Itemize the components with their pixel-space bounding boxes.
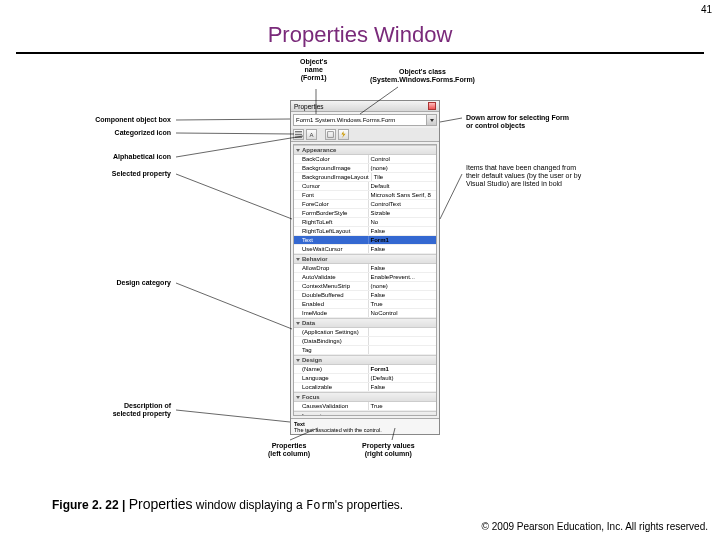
- property-name: ForeColor: [294, 200, 369, 208]
- property-value[interactable]: True: [369, 402, 437, 410]
- property-name: DoubleBuffered: [294, 291, 369, 299]
- property-row[interactable]: RightToLeftNo: [294, 218, 436, 227]
- property-value[interactable]: (none): [369, 282, 437, 290]
- property-row[interactable]: ForeColorControlText: [294, 200, 436, 209]
- property-value[interactable]: Default: [369, 182, 437, 190]
- figure-label: Figure 2. 22 |: [52, 498, 129, 512]
- close-icon[interactable]: [428, 102, 436, 110]
- property-row[interactable]: FontMicrosoft Sans Serif, 8: [294, 191, 436, 200]
- toolbar: A: [291, 128, 439, 142]
- property-row[interactable]: ContextMenuStrip(none): [294, 282, 436, 291]
- property-value[interactable]: False: [369, 245, 437, 253]
- property-value[interactable]: Form1: [369, 365, 437, 373]
- property-row[interactable]: UseWaitCursorFalse: [294, 245, 436, 254]
- svg-rect-3: [328, 132, 334, 138]
- property-value[interactable]: NoControl: [369, 309, 437, 317]
- property-value[interactable]: No: [369, 218, 437, 226]
- callout-object-class: Object's class(System.Windows.Forms.Form…: [370, 68, 475, 84]
- property-value[interactable]: Microsoft Sans Serif, 8: [369, 191, 437, 199]
- property-row[interactable]: (Name)Form1: [294, 365, 436, 374]
- property-name: ContextMenuStrip: [294, 282, 369, 290]
- property-row[interactable]: EnabledTrue: [294, 300, 436, 309]
- svg-line-15: [440, 174, 462, 219]
- property-row[interactable]: BackgroundImage(none): [294, 164, 436, 173]
- property-row[interactable]: BackColorControl: [294, 155, 436, 164]
- property-grid[interactable]: AppearanceBackColorControlBackgroundImag…: [293, 144, 437, 416]
- property-name: (Application Settings): [294, 328, 369, 336]
- property-value[interactable]: False: [369, 291, 437, 299]
- copyright: © 2009 Pearson Education, Inc. All right…: [482, 521, 708, 532]
- property-row[interactable]: ImeModeNoControl: [294, 309, 436, 318]
- page-number: 41: [701, 4, 712, 15]
- property-row[interactable]: AllowDropFalse: [294, 264, 436, 273]
- property-row[interactable]: RightToLeftLayoutFalse: [294, 227, 436, 236]
- property-value[interactable]: ControlText: [369, 200, 437, 208]
- chevron-down-icon[interactable]: [426, 115, 436, 125]
- property-name: CausesValidation: [294, 402, 369, 410]
- window-title: Properties: [294, 103, 324, 110]
- property-row[interactable]: BackgroundImageLayoutTile: [294, 173, 436, 182]
- category-header[interactable]: Appearance: [294, 145, 436, 155]
- property-name: ImeMode: [294, 309, 369, 317]
- property-row[interactable]: LocalizableFalse: [294, 383, 436, 392]
- property-name: AllowDrop: [294, 264, 369, 272]
- property-row[interactable]: TextForm1: [294, 236, 436, 245]
- property-name: Tag: [294, 346, 369, 354]
- svg-line-14: [440, 118, 462, 122]
- property-value[interactable]: Control: [369, 155, 437, 163]
- property-row[interactable]: (Application Settings): [294, 328, 436, 337]
- categorized-icon[interactable]: [293, 129, 304, 140]
- category-header[interactable]: Layout: [294, 411, 436, 416]
- property-value[interactable]: True: [369, 300, 437, 308]
- svg-line-10: [176, 283, 292, 329]
- callout-dropdown-note: Down arrow for selecting Formor control …: [466, 114, 569, 130]
- property-value[interactable]: False: [369, 264, 437, 272]
- property-name: BackgroundImage: [294, 164, 369, 172]
- svg-line-11: [176, 410, 290, 422]
- category-header[interactable]: Design: [294, 355, 436, 365]
- figure-text-1: window displaying a: [193, 498, 306, 512]
- property-value[interactable]: Sizable: [369, 209, 437, 217]
- property-value[interactable]: False: [369, 383, 437, 391]
- events-icon[interactable]: [338, 129, 349, 140]
- property-row[interactable]: CursorDefault: [294, 182, 436, 191]
- property-value[interactable]: (Default): [369, 374, 437, 382]
- properties-page-icon[interactable]: [325, 129, 336, 140]
- callout-alphabetical-icon: Alphabetical icon: [113, 153, 171, 161]
- property-value[interactable]: Form1: [369, 236, 437, 244]
- figure-text-2: 's properties.: [335, 498, 403, 512]
- alphabetical-icon[interactable]: A: [306, 129, 317, 140]
- property-row[interactable]: AutoValidateEnablePrevent...: [294, 273, 436, 282]
- figure-code: Form: [306, 498, 335, 512]
- property-value[interactable]: [369, 328, 437, 336]
- property-name: UseWaitCursor: [294, 245, 369, 253]
- property-row[interactable]: Tag: [294, 346, 436, 355]
- callout-categorized-icon: Categorized icon: [115, 129, 171, 137]
- slide-title: Properties Window: [0, 22, 720, 48]
- property-name: (DataBindings): [294, 337, 369, 345]
- property-row[interactable]: Language(Default): [294, 374, 436, 383]
- figure-word-properties: Properties: [129, 496, 193, 512]
- svg-line-6: [176, 119, 290, 120]
- component-combo[interactable]: Form1 System.Windows.Forms.Form: [293, 114, 437, 126]
- category-header[interactable]: Behavior: [294, 254, 436, 264]
- property-row[interactable]: DoubleBufferedFalse: [294, 291, 436, 300]
- property-value[interactable]: [369, 337, 437, 345]
- property-value[interactable]: False: [369, 227, 437, 235]
- property-name: Language: [294, 374, 369, 382]
- svg-line-7: [176, 133, 294, 134]
- svg-rect-0: [295, 131, 302, 132]
- property-value[interactable]: (none): [369, 164, 437, 172]
- property-value[interactable]: Tile: [372, 173, 436, 181]
- property-row[interactable]: CausesValidationTrue: [294, 402, 436, 411]
- property-value[interactable]: EnablePrevent...: [369, 273, 437, 281]
- property-name: BackgroundImageLayout: [294, 173, 372, 181]
- property-value[interactable]: [369, 346, 437, 354]
- property-row[interactable]: (DataBindings): [294, 337, 436, 346]
- category-header[interactable]: Data: [294, 318, 436, 328]
- category-header[interactable]: Focus: [294, 392, 436, 402]
- property-name: Cursor: [294, 182, 369, 190]
- callout-props-right: Property values(right column): [362, 442, 415, 458]
- svg-rect-2: [295, 137, 302, 138]
- property-row[interactable]: FormBorderStyleSizable: [294, 209, 436, 218]
